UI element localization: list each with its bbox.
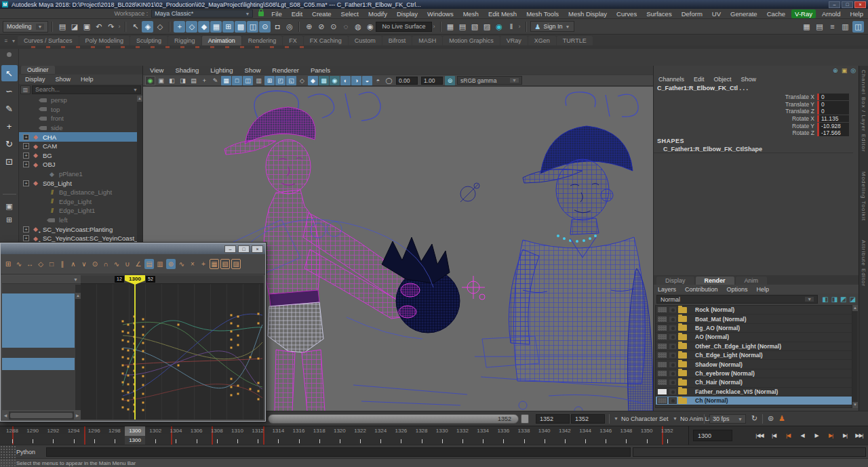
- expand-toggle-icon[interactable]: +: [23, 180, 29, 186]
- layer-renderable-toggle[interactable]: [669, 343, 677, 350]
- outliner-row[interactable]: + Bg_distance_Light: [19, 188, 137, 197]
- unify-tangents-icon[interactable]: +: [199, 259, 208, 269]
- menu-item[interactable]: Arnold: [817, 10, 845, 18]
- open-scene-icon[interactable]: ◪: [68, 21, 80, 33]
- expand-toggle-icon[interactable]: +: [23, 134, 29, 140]
- shelf-tab[interactable]: Poly Modeling: [79, 36, 130, 45]
- outliner-row[interactable]: + CAM: [19, 142, 137, 151]
- channel-value-field[interactable]: 11.135: [817, 115, 849, 122]
- shelf-tab[interactable]: VRay: [500, 36, 528, 45]
- undo-icon[interactable]: ↶: [93, 21, 104, 33]
- rotate-tool[interactable]: ↻: [1, 136, 18, 152]
- shelf-tab[interactable]: TURTLE: [557, 36, 593, 45]
- title-bar[interactable]: M Autodesk Maya 2018: D:\Project\2018_BL…: [0, 0, 868, 9]
- menu-item[interactable]: Display: [392, 10, 422, 18]
- channel-value-field[interactable]: -17.566: [817, 129, 849, 136]
- select-tool[interactable]: ↖: [1, 65, 18, 81]
- render-sequence-icon[interactable]: ▧: [469, 21, 481, 33]
- layer-renderable-toggle[interactable]: [669, 370, 677, 377]
- layer-renderable-toggle[interactable]: [669, 325, 677, 331]
- render-settings-icon[interactable]: ▨: [481, 21, 493, 33]
- scroll-up-icon[interactable]: ▲: [75, 293, 81, 299]
- shelf-tab[interactable]: Bifrost: [382, 36, 412, 45]
- outliner-row[interactable]: + side: [19, 123, 137, 133]
- layer-editor-menu-item[interactable]: Help: [757, 286, 770, 293]
- film-gate-icon[interactable]: □: [232, 76, 242, 85]
- snap-to-projected-center-icon[interactable]: ▦: [210, 21, 222, 33]
- step-back-frame-button[interactable]: |◀: [767, 430, 781, 441]
- redo-icon[interactable]: ↷: [105, 21, 117, 33]
- sidebar-vertical-tab[interactable]: Attribute Editor: [861, 240, 867, 287]
- safe-action-icon[interactable]: ◰: [275, 76, 285, 85]
- close-button[interactable]: ×: [854, 1, 866, 8]
- show-modeling-toolkit-icon[interactable]: ▦: [801, 21, 812, 33]
- graph-time-ruler[interactable]: [81, 275, 264, 284]
- minimize-button[interactable]: –: [829, 1, 840, 8]
- clamped-tangents-icon[interactable]: ∪: [123, 259, 132, 269]
- playback-loop-icon[interactable]: ↻: [751, 414, 757, 423]
- shelf-tab[interactable]: Rigging: [168, 36, 201, 45]
- layer-visibility-toggle[interactable]: [657, 325, 667, 331]
- current-frame-field[interactable]: 1300: [693, 430, 732, 441]
- menu-item[interactable]: File: [267, 10, 286, 18]
- layer-visibility-toggle[interactable]: [657, 352, 667, 359]
- camera-icon[interactable]: ▣: [156, 76, 166, 85]
- gate-mask-icon[interactable]: ▥: [254, 76, 264, 85]
- lock-selection-icon[interactable]: ◘: [271, 21, 283, 33]
- layer-editor-menu-item[interactable]: Contribution: [685, 286, 718, 293]
- channel-name[interactable]: Translate X: [785, 94, 814, 100]
- channel-name[interactable]: Rotate Y: [792, 123, 814, 129]
- select-object-icon[interactable]: ◇: [154, 21, 165, 33]
- layer-editor-tab[interactable]: Render: [696, 277, 734, 285]
- shelf-tab[interactable]: Curves / Surfaces: [18, 36, 79, 45]
- outliner-tab[interactable]: Outliner: [21, 66, 55, 74]
- layout-single-pane-button[interactable]: ▣: [1, 200, 18, 212]
- outliner-row[interactable]: + OBJ: [19, 160, 137, 169]
- layer-visibility-toggle[interactable]: [657, 379, 667, 386]
- resolution-gate-icon[interactable]: ◫: [243, 76, 253, 85]
- viewport-menu-item[interactable]: Show: [245, 66, 261, 74]
- layer-renderable-toggle[interactable]: [669, 316, 677, 323]
- outliner-row[interactable]: + S08_Light: [19, 178, 137, 188]
- graph-playhead[interactable]: [134, 284, 136, 420]
- graph-horizontal-scrollbar[interactable]: ◀ ▶: [2, 411, 81, 420]
- menu-item[interactable]: Surfaces: [642, 10, 677, 18]
- show-tool-settings-icon[interactable]: ▥: [840, 21, 851, 33]
- step-forward-key-button[interactable]: ▶|: [824, 430, 837, 441]
- shelf-tab[interactable]: FX: [283, 36, 303, 45]
- menu-item[interactable]: V-Ray: [791, 9, 816, 18]
- expand-toggle-icon[interactable]: +: [23, 226, 29, 232]
- menu-item[interactable]: Cache: [762, 10, 790, 18]
- new-layer-from-selected-icon[interactable]: ◨: [831, 296, 837, 303]
- textured-icon[interactable]: ▩: [319, 76, 329, 85]
- outliner-row[interactable]: + persp: [19, 96, 137, 105]
- outliner-row[interactable]: + Edge_Light1: [19, 206, 137, 216]
- show-channel-box-icon[interactable]: ≡: [827, 21, 838, 33]
- channel-box-menu-item[interactable]: Object: [714, 76, 732, 83]
- shelf-menu-icon[interactable]: ≡: [3, 38, 9, 44]
- shelf-tab[interactable]: Sculpting: [130, 36, 167, 45]
- group-collapse-icon[interactable]: ›: [118, 23, 120, 30]
- output-connections-icon[interactable]: ⊘: [315, 21, 327, 33]
- xray-icon[interactable]: ◓: [373, 76, 383, 85]
- menu-item[interactable]: Mesh: [458, 10, 484, 18]
- render-layer-row[interactable]: Father_necklace_VIS (Normal): [656, 388, 852, 397]
- field-chart-icon[interactable]: ⊞: [264, 76, 275, 85]
- menu-item[interactable]: Help: [845, 10, 868, 18]
- shelf-tab[interactable]: Custom: [349, 36, 382, 45]
- menu-item[interactable]: Select: [336, 10, 363, 18]
- channel-value-field[interactable]: 0: [817, 94, 849, 100]
- viewport-menu-item[interactable]: Renderer: [272, 66, 299, 74]
- symmetry-icon[interactable]: ⊙: [259, 21, 271, 33]
- step-back-key-button[interactable]: |◀: [781, 430, 795, 441]
- scroll-left-icon[interactable]: ◀: [2, 411, 9, 420]
- outliner-menu-item[interactable]: Display: [25, 76, 45, 83]
- image-plane-icon[interactable]: ▤: [189, 76, 199, 85]
- menu-item[interactable]: Modify: [363, 10, 392, 18]
- menu-set-select[interactable]: Modeling▼: [3, 21, 48, 33]
- layer-mode-select[interactable]: Normal▼: [656, 295, 818, 304]
- use-all-lights-icon[interactable]: ◉: [330, 76, 340, 85]
- shelf-tab[interactable]: FX Caching: [304, 36, 348, 45]
- channel-value-field[interactable]: 0: [817, 108, 849, 115]
- playback-speed-icon[interactable]: ⊚: [768, 414, 774, 423]
